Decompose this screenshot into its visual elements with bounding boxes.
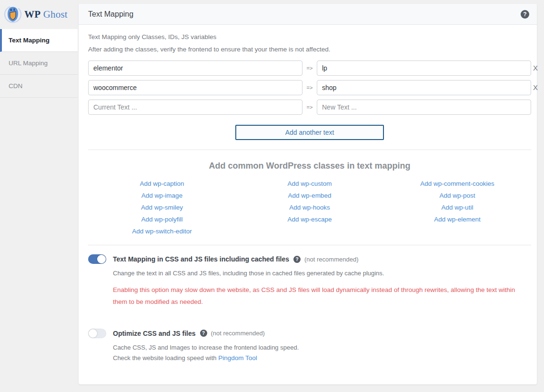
help-icon[interactable]: ? <box>521 10 529 19</box>
arrow-separator: => <box>302 104 317 110</box>
new-text-input[interactable] <box>317 100 531 115</box>
option-description: Cache CSS, JS and Images to increase the… <box>113 343 531 363</box>
divider <box>88 245 531 245</box>
new-text-input[interactable] <box>317 80 531 95</box>
option-optimize-css-js: Optimize CSS and JS files ? (not recomme… <box>88 329 531 363</box>
css-js-mapping-toggle[interactable] <box>88 254 106 264</box>
remove-row-button[interactable]: X <box>532 60 539 76</box>
add-wp-polyfill-link[interactable]: Add wp-polyfill <box>88 216 236 223</box>
current-text-input[interactable] <box>88 60 302 76</box>
optimize-css-js-toggle[interactable] <box>88 329 106 338</box>
option-label: Text Mapping in CSS and JS files includi… <box>113 255 289 263</box>
toggle-knob <box>89 329 97 338</box>
add-wp-smiley-link[interactable]: Add wp-smiley <box>88 204 236 211</box>
option-head: Optimize CSS and JS files ? (not recomme… <box>88 329 531 338</box>
logo-word-ghost: Ghost <box>43 9 68 20</box>
add-wp-custom-link[interactable]: Add wp-custom <box>236 180 383 187</box>
intro-text: Text Mapping only Classes, IDs, JS varia… <box>88 33 531 53</box>
sidebar-item-label: URL Mapping <box>9 60 48 67</box>
panel-header: Text Mapping ? <box>79 4 537 25</box>
add-wp-escape-link[interactable]: Add wp-escape <box>236 216 383 223</box>
add-wp-util-link[interactable]: Add wp-util <box>383 204 531 211</box>
current-text-input[interactable] <box>88 100 302 115</box>
wp-ghost-logo: WP Ghost <box>0 0 78 29</box>
option-description-line-2: Check the website loading speed with Pin… <box>113 353 531 363</box>
add-wp-caption-link[interactable]: Add wp-caption <box>88 180 236 187</box>
main-panel: Text Mapping ? Text Mapping only Classes… <box>79 4 537 384</box>
current-text-input[interactable] <box>88 80 302 95</box>
page-title: Text Mapping <box>88 10 133 19</box>
add-wp-comment-cookies-link[interactable]: Add wp-comment-cookies <box>383 180 531 187</box>
sidebar-item-url-mapping[interactable]: URL Mapping <box>0 52 78 75</box>
option-text-mapping-css-js: Text Mapping in CSS and JS files includi… <box>88 254 531 308</box>
sidebar-nav: Text Mapping URL Mapping CDN <box>0 29 78 98</box>
panel-content: Text Mapping only Classes, IDs, JS varia… <box>79 25 537 363</box>
sidebar-item-label: CDN <box>9 82 22 90</box>
add-wp-element-link[interactable]: Add wp-element <box>383 216 531 223</box>
mapping-row-empty: => <box>88 100 531 115</box>
sidebar: WP Ghost Text Mapping URL Mapping CDN <box>0 0 78 392</box>
sidebar-item-text-mapping[interactable]: Text Mapping <box>0 29 78 52</box>
logo-word-wp: WP <box>24 9 40 20</box>
option-warning: Enabling this option may slow down the w… <box>113 284 531 308</box>
help-icon[interactable]: ? <box>293 256 301 263</box>
option-head: Text Mapping in CSS and JS files includi… <box>88 254 531 264</box>
sidebar-item-label: Text Mapping <box>9 37 50 44</box>
toggle-knob <box>97 255 106 263</box>
common-classes-links: Add wp-caption Add wp-custom Add wp-comm… <box>88 180 531 235</box>
description-prefix: Check the website loading speed with <box>113 354 217 362</box>
help-icon[interactable]: ? <box>200 330 207 337</box>
not-recommended-note: (not recommended) <box>304 256 358 263</box>
logo-text: WP Ghost <box>24 9 68 20</box>
arrow-separator: => <box>302 65 317 71</box>
option-description: Change the text in all CSS and JS files,… <box>113 269 531 279</box>
pingdom-tool-link[interactable]: Pingdom Tool <box>218 354 257 362</box>
add-wp-switch-editor-link[interactable]: Add wp-switch-editor <box>88 228 236 235</box>
mapping-row: => X <box>88 80 531 95</box>
add-button-wrap: Add another text <box>88 125 531 140</box>
arrow-separator: => <box>302 85 317 90</box>
mapping-row: => X <box>88 60 531 76</box>
not-recommended-note: (not recommended) <box>211 330 265 337</box>
add-wp-image-link[interactable]: Add wp-image <box>88 192 236 199</box>
sidebar-item-cdn[interactable]: CDN <box>0 75 78 98</box>
text-mapping-rows: => X => X => <box>88 60 531 115</box>
intro-line-1: Text Mapping only Classes, IDs, JS varia… <box>88 33 531 40</box>
add-another-text-button[interactable]: Add another text <box>235 125 384 140</box>
divider <box>88 150 531 150</box>
add-wp-embed-link[interactable]: Add wp-embed <box>236 192 383 199</box>
new-text-input[interactable] <box>317 60 531 76</box>
add-wp-hooks-link[interactable]: Add wp-hooks <box>236 204 383 211</box>
remove-row-button[interactable]: X <box>532 80 539 95</box>
option-label: Optimize CSS and JS files <box>113 330 196 337</box>
common-classes-heading: Add common WordPress classes in text map… <box>88 161 531 171</box>
add-wp-post-link[interactable]: Add wp-post <box>383 192 531 199</box>
ghost-logo-icon <box>4 5 22 23</box>
option-description-line-1: Cache CSS, JS and Images to increase the… <box>113 343 531 353</box>
intro-line-2: After adding the classes, verify the fro… <box>88 46 531 53</box>
